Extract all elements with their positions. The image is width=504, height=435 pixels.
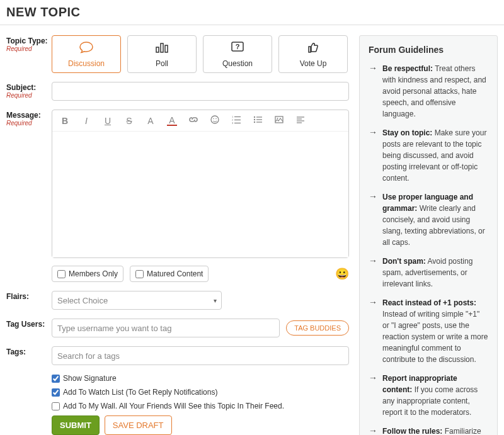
topic-type-label: Vote Up: [300, 59, 327, 68]
subject-label: Subject: Required: [6, 82, 52, 99]
watch-list-checkbox[interactable]: Add To Watch List (To Get Reply Notifica…: [52, 388, 349, 397]
question-icon: ?: [231, 41, 244, 57]
guideline-item: →Report inappropriate content: If you co…: [369, 373, 488, 418]
arrow-right-icon: →: [369, 127, 377, 184]
message-label: Message: Required: [6, 110, 52, 127]
align-icon[interactable]: [295, 115, 306, 126]
guideline-item: →Be respectful: Treat others with kindne…: [369, 63, 488, 120]
svg-rect-1: [161, 43, 163, 52]
svg-point-16: [254, 121, 255, 123]
guideline-item: →React instead of +1 posts: Instead of w…: [369, 297, 488, 365]
tag-buddies-button[interactable]: TAG BUDDIES: [286, 320, 349, 336]
guidelines-title: Forum Guidelines: [369, 43, 488, 57]
submit-button[interactable]: SUBMIT: [52, 415, 100, 435]
subject-input[interactable]: [52, 82, 349, 101]
font-color-icon[interactable]: A: [167, 116, 177, 126]
svg-point-6: [213, 118, 214, 120]
page-title: NEW TOPIC: [6, 5, 498, 20]
topic-type-discussion[interactable]: Discussion: [52, 35, 121, 73]
italic-icon[interactable]: I: [81, 116, 91, 126]
tag-users-label: Tag Users:: [6, 319, 52, 329]
svg-text:3: 3: [232, 121, 234, 124]
image-icon[interactable]: [274, 115, 284, 126]
tag-users-input[interactable]: [52, 319, 280, 337]
svg-point-7: [215, 118, 217, 120]
svg-point-14: [254, 116, 255, 118]
arrow-right-icon: →: [369, 256, 377, 290]
svg-point-5: [211, 116, 219, 123]
editor: B I U S A A: [52, 110, 349, 258]
guidelines-panel: Forum Guidelines →Be respectful: Treat o…: [359, 35, 498, 435]
bold-icon[interactable]: B: [60, 116, 70, 126]
topic-type-question[interactable]: ? Question: [203, 35, 272, 73]
svg-point-21: [277, 118, 278, 119]
emoji-icon[interactable]: [210, 115, 220, 126]
flairs-select[interactable]: Select Choice: [52, 291, 222, 310]
unordered-list-icon[interactable]: [253, 115, 263, 126]
editor-toolbar: B I U S A A: [52, 110, 348, 132]
arrow-right-icon: →: [369, 373, 377, 418]
guideline-item: →Use proper language and grammar: Write …: [369, 191, 488, 248]
tags-label: Tags:: [6, 346, 52, 356]
thumbs-up-icon: [306, 41, 320, 57]
ordered-list-icon[interactable]: 123: [231, 115, 241, 126]
add-to-wall-checkbox[interactable]: Add To My Wall. All Your Friends Will Se…: [52, 402, 349, 410]
guideline-item: →Don't spam: Avoid posting spam, adverti…: [369, 256, 488, 290]
bar-chart-icon: [155, 41, 169, 57]
underline-icon[interactable]: U: [103, 116, 113, 126]
show-signature-checkbox[interactable]: Show Signature: [52, 374, 349, 383]
svg-text:?: ?: [236, 43, 240, 50]
save-draft-button[interactable]: SAVE DRAFT: [105, 415, 172, 435]
speech-bubble-icon: [79, 41, 94, 57]
members-only-checkbox[interactable]: Members Only: [52, 266, 123, 282]
svg-rect-2: [165, 45, 168, 52]
svg-rect-0: [156, 47, 159, 52]
topic-type-label: Discussion: [68, 59, 105, 68]
guideline-item: →Follow the rules: Familiarize yourself …: [369, 426, 488, 435]
flairs-label: Flairs:: [6, 291, 52, 301]
svg-point-15: [254, 119, 255, 120]
font-family-icon[interactable]: A: [146, 116, 156, 126]
link-icon[interactable]: [188, 115, 198, 126]
page-header: NEW TOPIC: [0, 0, 504, 25]
smiley-icon[interactable]: 😀: [335, 267, 349, 281]
arrow-right-icon: →: [369, 426, 377, 435]
tags-input[interactable]: [52, 346, 349, 365]
topic-type-voteup[interactable]: Vote Up: [278, 35, 348, 73]
topic-type-label: Topic Type: Required: [6, 35, 52, 52]
topic-type-label: Poll: [156, 59, 168, 68]
strikethrough-icon[interactable]: S: [124, 116, 134, 126]
arrow-right-icon: →: [369, 191, 377, 248]
arrow-right-icon: →: [369, 297, 377, 365]
topic-type-poll[interactable]: Poll: [127, 35, 197, 73]
arrow-right-icon: →: [369, 63, 377, 120]
matured-content-checkbox[interactable]: Matured Content: [130, 266, 209, 282]
topic-type-label: Question: [222, 59, 253, 68]
guideline-item: →Stay on topic: Make sure your posts are…: [369, 127, 488, 184]
message-input[interactable]: [52, 132, 348, 257]
